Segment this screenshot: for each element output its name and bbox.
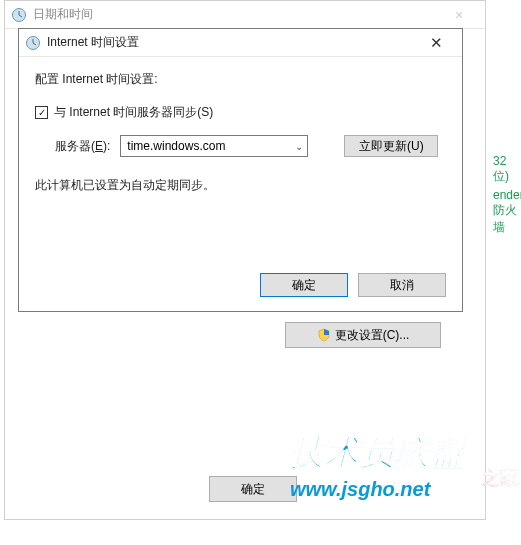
background-defender-text: ender 防火墙 bbox=[493, 188, 521, 236]
server-combobox[interactable]: time.windows.com ⌄ bbox=[120, 135, 308, 157]
parent-ok-label: 确定 bbox=[241, 481, 265, 498]
ok-label: 确定 bbox=[292, 277, 316, 294]
clock-icon bbox=[25, 35, 41, 51]
parent-titlebar: 日期和时间 × bbox=[5, 1, 485, 29]
modal-close-button[interactable]: ✕ bbox=[416, 34, 456, 52]
update-now-button[interactable]: 立即更新(U) bbox=[344, 135, 438, 157]
internet-time-settings-dialog: Internet 时间设置 ✕ 配置 Internet 时间设置: ✓ 与 In… bbox=[18, 28, 463, 312]
config-heading: 配置 Internet 时间设置: bbox=[35, 71, 446, 88]
cancel-label: 取消 bbox=[390, 277, 414, 294]
change-settings-label: 更改设置(C)... bbox=[335, 327, 410, 344]
watermark-side-text: 之家 bbox=[482, 466, 518, 490]
modal-button-row: 确定 取消 bbox=[260, 273, 446, 297]
clock-icon bbox=[11, 7, 27, 23]
change-settings-button[interactable]: 更改设置(C)... bbox=[285, 322, 441, 348]
chevron-down-icon: ⌄ bbox=[295, 141, 303, 152]
ok-button[interactable]: 确定 bbox=[260, 273, 348, 297]
sync-checkbox[interactable]: ✓ bbox=[35, 106, 48, 119]
parent-close-button[interactable]: × bbox=[439, 7, 479, 23]
modal-title: Internet 时间设置 bbox=[47, 34, 416, 51]
server-label: 服务器(E): bbox=[55, 138, 110, 155]
uac-shield-icon bbox=[317, 328, 331, 342]
sync-checkbox-label: 与 Internet 时间服务器同步(S) bbox=[54, 104, 213, 121]
server-row: 服务器(E): time.windows.com ⌄ 立即更新(U) bbox=[35, 135, 446, 157]
sync-status-text: 此计算机已设置为自动定期同步。 bbox=[35, 177, 446, 194]
sync-checkbox-row: ✓ 与 Internet 时间服务器同步(S) bbox=[35, 104, 446, 121]
background-os-bits: 32 位) bbox=[493, 154, 521, 185]
parent-window-title: 日期和时间 bbox=[33, 6, 439, 23]
server-value: time.windows.com bbox=[127, 139, 225, 153]
update-now-label: 立即更新(U) bbox=[359, 138, 424, 155]
modal-titlebar: Internet 时间设置 ✕ bbox=[19, 29, 462, 57]
parent-ok-button[interactable]: 确定 bbox=[209, 476, 297, 502]
cancel-button[interactable]: 取消 bbox=[358, 273, 446, 297]
